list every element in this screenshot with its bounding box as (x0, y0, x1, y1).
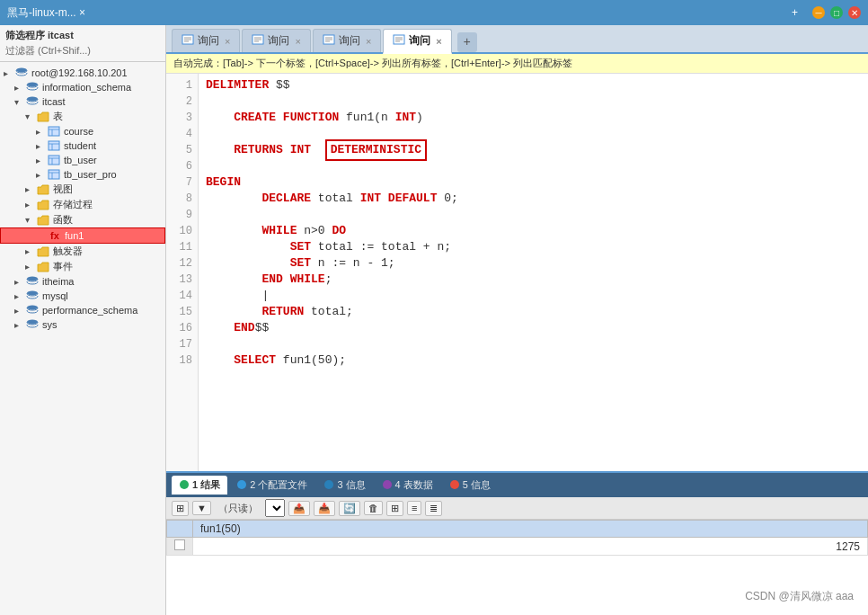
import-btn[interactable]: 📥 (314, 501, 335, 516)
tree-toggle-student[interactable]: ▸ (36, 141, 47, 151)
tree-toggle-triggers_folder[interactable]: ▸ (25, 246, 36, 256)
tree-toggle-mysql[interactable]: ▸ (14, 291, 25, 301)
code-area[interactable]: 123456789101112131415161718 DELIMITER $$… (166, 74, 868, 471)
code-token: n>0 (297, 222, 332, 240)
tree-item-sys[interactable]: ▸sys (0, 317, 165, 332)
code-token (206, 319, 234, 337)
tree-toggle-itheima[interactable]: ▸ (14, 277, 25, 287)
tree-item-information_schema[interactable]: ▸information_schema (0, 80, 165, 94)
tree-item-course[interactable]: ▸course (0, 124, 165, 138)
delete-btn[interactable]: 🗑 (364, 501, 383, 515)
tree-label-fun1: fun1 (65, 230, 84, 241)
tree-item-triggers_folder[interactable]: ▸触发器 (0, 244, 165, 259)
text-view-btn[interactable]: ≣ (425, 501, 442, 516)
tree-item-mysql[interactable]: ▸mysql (0, 289, 165, 303)
tree-item-tb_user_pro[interactable]: ▸tb_user_pro (0, 167, 165, 182)
tree-toggle-tb_user[interactable]: ▸ (36, 156, 47, 165)
export-btn[interactable]: 📤 (288, 501, 310, 516)
code-line-6[interactable] (206, 158, 861, 174)
tree-toggle-root[interactable]: ▸ (4, 68, 14, 78)
result-tab-4[interactable]: 5 信息 (442, 476, 498, 495)
code-line-9[interactable] (206, 207, 861, 223)
add-tab-btn[interactable]: + (457, 32, 477, 52)
code-line-3[interactable]: CREATE FUNCTION fun1(n INT) (206, 110, 861, 126)
readonly-select[interactable] (265, 499, 285, 517)
maximize-btn[interactable]: □ (830, 6, 843, 19)
tab-0[interactable]: 询问× (172, 29, 240, 52)
tree-label-tb_user: tb_user (64, 155, 97, 165)
tree-toggle-procedures_folder[interactable]: ▸ (25, 200, 36, 209)
code-line-16[interactable]: END$$ (206, 320, 861, 336)
code-line-8[interactable]: DECLARE total INT DEFAULT 0; (206, 191, 861, 207)
new-tab-btn[interactable]: + (792, 6, 798, 19)
code-token (206, 190, 261, 208)
tree-item-functions_folder[interactable]: ▾函数 (0, 212, 165, 227)
code-content[interactable]: DELIMITER $$ CREATE FUNCTION fun1(n INT)… (199, 74, 868, 471)
tree-item-itheima[interactable]: ▸itheima (0, 274, 165, 289)
result-tab-label-3: 4 表数据 (395, 478, 433, 492)
code-line-1[interactable]: DELIMITER $$ (206, 77, 861, 94)
tree-label-student: student (64, 140, 96, 151)
result-tab-1[interactable]: 2 个配置文件 (229, 476, 314, 495)
table-row[interactable]: 1275 (167, 538, 868, 556)
svg-point-0 (16, 68, 27, 73)
code-line-13[interactable]: END WHILE; (206, 272, 861, 288)
filter-btn[interactable]: ▼ (192, 501, 211, 515)
filter-sub[interactable]: 过滤器 (Ctrl+Shif...) (5, 44, 160, 58)
tree-item-root[interactable]: ▸root@192.168.10.201 (0, 66, 165, 80)
code-line-7[interactable]: □BEGIN (206, 174, 861, 191)
tree-item-views_folder[interactable]: ▸视图 (0, 182, 165, 197)
refresh-btn[interactable]: 🔄 (339, 501, 360, 516)
tree-toggle-course[interactable]: ▸ (36, 127, 47, 137)
code-token: $$ (255, 319, 270, 337)
code-line-11[interactable]: SET total := total + n; (206, 239, 861, 255)
tree-item-events_folder[interactable]: ▸事件 (0, 259, 165, 274)
tab-2[interactable]: 询问× (313, 29, 381, 52)
tree-item-performance_schema[interactable]: ▸performance_schema (0, 303, 165, 317)
tab-1[interactable]: 询问× (242, 29, 310, 52)
result-tab-3[interactable]: 4 表数据 (375, 476, 440, 495)
tab-close-3[interactable]: × (436, 36, 441, 47)
table-view-btn[interactable]: ⊞ (386, 501, 403, 516)
result-tab-0[interactable]: 1 结果 (172, 476, 227, 495)
code-line-18[interactable]: SELECT fun1(50); (206, 352, 861, 369)
minimize-btn[interactable]: ─ (812, 6, 825, 19)
tree-item-itcast[interactable]: ▾itcast (0, 94, 165, 109)
code-line-4[interactable] (206, 126, 861, 142)
code-line-5[interactable]: RETURNS INT DETERMINISTIC (206, 142, 861, 158)
tree-toggle-functions_folder[interactable]: ▾ (25, 215, 36, 225)
code-line-17[interactable] (206, 336, 861, 352)
code-token: SET (290, 238, 311, 256)
result-tab-icon-1 (236, 479, 247, 492)
tree-toggle-events_folder[interactable]: ▸ (25, 262, 36, 272)
tree-item-tb_user[interactable]: ▸tb_user (0, 153, 165, 167)
code-line-10[interactable]: □ WHILE n>0 DO (206, 223, 861, 239)
tree-item-procedures_folder[interactable]: ▸存储过程 (0, 197, 165, 212)
grid-btn[interactable]: ⊞ (172, 501, 189, 516)
tree-toggle-tables_folder[interactable]: ▾ (25, 111, 36, 121)
tree-toggle-itcast[interactable]: ▾ (14, 97, 25, 107)
close-btn[interactable]: ✕ (848, 6, 861, 19)
code-line-2[interactable] (206, 94, 861, 110)
row-checkbox[interactable] (167, 538, 193, 556)
tab-close-0[interactable]: × (225, 36, 230, 47)
tab-label-0: 询问 (198, 33, 219, 49)
code-line-12[interactable]: SET n := n - 1; (206, 255, 861, 272)
tree-label-events_folder: 事件 (53, 260, 73, 273)
code-line-15[interactable]: RETURN total; (206, 304, 861, 320)
tree-item-tables_folder[interactable]: ▾表 (0, 109, 165, 124)
result-tab-2[interactable]: 3 信息 (316, 476, 372, 495)
tab-close-2[interactable]: × (366, 36, 371, 47)
tree-toggle-sys[interactable]: ▸ (14, 320, 25, 330)
tree-item-fun1[interactable]: fxfun1 (0, 227, 165, 244)
tree-toggle-tb_user_pro[interactable]: ▸ (36, 170, 47, 180)
form-view-btn[interactable]: ≡ (407, 501, 421, 515)
tab-3[interactable]: 询问× (383, 29, 451, 54)
tree-toggle-performance_schema[interactable]: ▸ (14, 306, 25, 316)
code-token: fun1(50); (276, 352, 346, 370)
code-line-14[interactable]: | (206, 288, 861, 304)
tree-item-student[interactable]: ▸student (0, 138, 165, 153)
tree-toggle-information_schema[interactable]: ▸ (14, 83, 25, 93)
tab-close-1[interactable]: × (295, 36, 300, 47)
tree-toggle-views_folder[interactable]: ▸ (25, 184, 36, 194)
